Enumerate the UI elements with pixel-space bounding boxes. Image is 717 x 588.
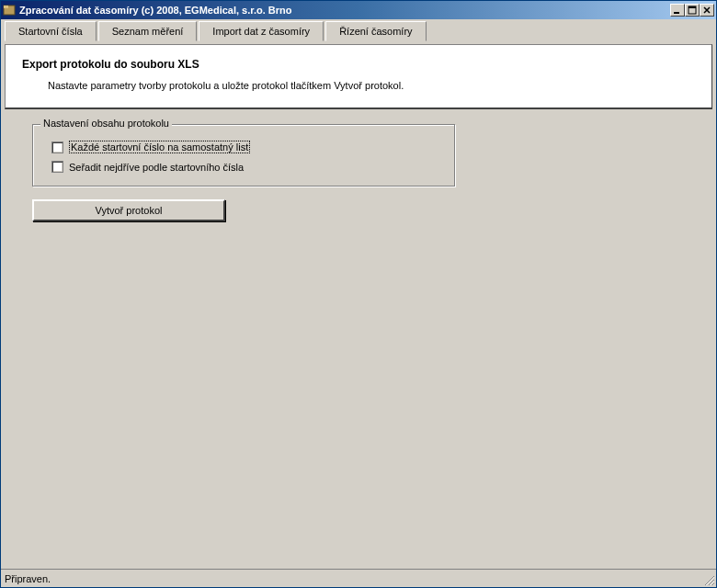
- button-label: Vytvoř protokol: [96, 205, 163, 216]
- resize-grip-icon[interactable]: [702, 573, 715, 586]
- tab-label: Seznam měření: [112, 26, 184, 37]
- svg-rect-4: [689, 6, 696, 8]
- content-area: Export protokolu do souboru XLS Nastavte…: [1, 40, 716, 569]
- protocol-settings-group: Nastavení obsahu protokolu Každé startov…: [32, 124, 455, 187]
- svg-rect-2: [674, 12, 679, 14]
- checkbox-row-separate-sheet[interactable]: Každé startovní číslo na samostatný list: [51, 141, 443, 153]
- groupbox-legend: Nastavení obsahu protokolu: [40, 118, 172, 129]
- tab-import[interactable]: Import dat z časomíry: [199, 21, 324, 41]
- window-controls: [670, 4, 714, 17]
- checkbox-label: Každé startovní číslo na samostatný list: [69, 141, 250, 153]
- maximize-button[interactable]: [685, 4, 700, 17]
- page-description: Nastavte parametry tvorby protokolu a ul…: [22, 80, 695, 91]
- svg-rect-1: [4, 6, 8, 8]
- create-protocol-button[interactable]: Vytvoř protokol: [32, 199, 225, 221]
- minimize-button[interactable]: [670, 4, 685, 17]
- checkbox-separate-sheet[interactable]: [51, 141, 63, 153]
- tab-control[interactable]: Řízení časomíry: [325, 21, 426, 41]
- page-header-panel: Export protokolu do souboru XLS Nastavte…: [5, 44, 712, 109]
- checkbox-row-sort-by-number[interactable]: Seřadit nejdříve podle startovního čísla: [51, 161, 443, 173]
- page-title: Export protokolu do souboru XLS: [22, 58, 695, 71]
- tab-label: Startovní čísla: [18, 26, 83, 37]
- tab-label: Řízení časomíry: [339, 26, 412, 37]
- svg-line-10: [713, 584, 714, 585]
- tab-bar: Startovní čísla Seznam měření Import dat…: [1, 19, 716, 40]
- status-bar: Připraven.: [1, 569, 716, 587]
- checkbox-sort-by-number[interactable]: [51, 161, 63, 173]
- window-title: Zpracování dat časomíry (c) 2008, EGMedi…: [19, 5, 670, 16]
- app-window: Zpracování dat časomíry (c) 2008, EGMedi…: [0, 0, 717, 588]
- tab-label: Import dat z časomíry: [212, 26, 310, 37]
- tab-start-numbers[interactable]: Startovní čísla: [5, 21, 97, 41]
- checkbox-label: Seřadit nejdříve podle startovního čísla: [69, 162, 244, 173]
- close-button[interactable]: [700, 4, 714, 17]
- titlebar[interactable]: Zpracování dat časomíry (c) 2008, EGMedi…: [1, 1, 716, 19]
- tab-measurement-list[interactable]: Seznam měření: [98, 21, 198, 41]
- app-icon: [3, 4, 16, 17]
- status-text: Připraven.: [5, 573, 51, 584]
- form-area: Nastavení obsahu protokolu Každé startov…: [5, 124, 712, 221]
